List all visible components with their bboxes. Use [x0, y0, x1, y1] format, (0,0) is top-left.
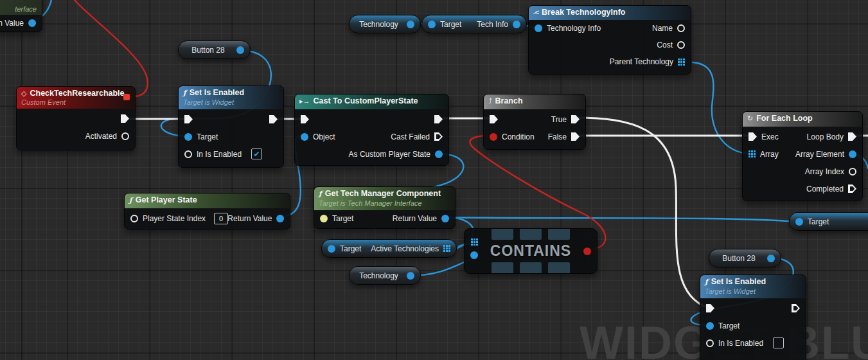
- variable-label: Technology: [355, 20, 402, 29]
- pin-label: Completed: [806, 184, 844, 194]
- exec-out-pin[interactable]: [121, 114, 129, 123]
- function-icon: ƒ: [183, 89, 186, 97]
- pin-label: Array Element: [795, 150, 844, 159]
- node-for-each-loop[interactable]: ↻For Each Loop Exec Loop Body Array: [742, 111, 863, 201]
- array-element-pin[interactable]: [849, 150, 856, 158]
- exec-in-pin[interactable]: [490, 115, 498, 123]
- loop-icon: ↻: [747, 114, 753, 122]
- event-icon: ◇: [21, 89, 26, 97]
- pin-label: Cost: [657, 40, 673, 50]
- object-pin[interactable]: [301, 133, 308, 141]
- node-get-player-state[interactable]: ƒGet Player State Player State Index 0 R…: [124, 193, 290, 230]
- loop-body-pin[interactable]: [848, 132, 856, 141]
- contains-label: CONTAINS: [465, 242, 597, 259]
- exec-in-pin[interactable]: [301, 115, 309, 123]
- pin-label: True: [551, 115, 567, 124]
- delegate-pin[interactable]: [123, 94, 130, 100]
- node-get-active-technologies-right[interactable]: Target Activ: [789, 212, 868, 231]
- pin-label: Return Value: [393, 214, 437, 223]
- return-value-pin[interactable]: [28, 19, 36, 27]
- exec-out-pin[interactable]: [434, 115, 443, 123]
- active-technologies-array-pin[interactable]: [443, 245, 450, 252]
- variable-out-pin[interactable]: [236, 46, 244, 54]
- array-pin[interactable]: [748, 150, 756, 158]
- pin-label: As Custom Player State: [349, 150, 430, 159]
- wire-parenttech-to-array: [693, 62, 748, 154]
- pin-label: Target: [197, 132, 218, 141]
- cast-failed-pin[interactable]: [434, 132, 443, 141]
- variable-label: Button 28: [715, 254, 763, 263]
- node-get-active-technologies[interactable]: Target Active Technologies: [321, 239, 457, 258]
- target-pin[interactable]: [795, 218, 803, 226]
- cast-icon: ▸→: [299, 97, 310, 105]
- node-get-tech-manager-component[interactable]: ƒGet Tech Manager Component Target is Te…: [314, 186, 456, 229]
- in-is-enabled-pin[interactable]: [184, 150, 192, 158]
- variable-out-pin[interactable]: [767, 255, 775, 262]
- node-set-is-enabled-bottom[interactable]: ƒSet Is Enabled Target is Widget Target …: [700, 274, 806, 360]
- target-pin[interactable]: [184, 133, 192, 141]
- in-is-enabled-checkbox[interactable]: ✔: [251, 148, 262, 159]
- player-state-index-pin[interactable]: [130, 215, 138, 222]
- cost-pin[interactable]: [677, 41, 685, 49]
- exec-in-pin[interactable]: [706, 304, 714, 312]
- target-pin[interactable]: [706, 322, 714, 330]
- pin-label: Activated: [85, 132, 117, 141]
- exec-out-pin[interactable]: [269, 115, 278, 123]
- node-button28-top[interactable]: Button 28: [178, 40, 251, 59]
- pin-label: Tech Info: [477, 20, 508, 29]
- node-title: Branch: [495, 96, 523, 105]
- node-check-tech-researchable[interactable]: ◇CheckTechResearchable Custom Event Acti…: [16, 86, 136, 150]
- variable-out-pin[interactable]: [407, 272, 414, 280]
- function-icon: ƒ: [129, 196, 132, 204]
- function-icon: ƒ: [705, 278, 708, 286]
- node-break-technologyinfo[interactable]: -<Break TechnologyInfo Technology Info N…: [528, 5, 691, 75]
- exec-out-pin[interactable]: [792, 304, 800, 312]
- node-technology-top[interactable]: Technology: [349, 15, 421, 33]
- pin-label: False: [548, 132, 567, 141]
- in-is-enabled-checkbox[interactable]: [773, 338, 784, 348]
- node-branch[interactable]: ⤴Branch True Condition False: [483, 94, 586, 150]
- contains-result-pin[interactable]: [583, 248, 591, 255]
- parent-technology-array-pin[interactable]: [678, 59, 685, 66]
- player-state-index-input[interactable]: 0: [214, 213, 228, 224]
- pin-label: Return Value: [227, 214, 272, 223]
- target-pin[interactable]: [328, 245, 335, 253]
- return-value-pin[interactable]: [441, 215, 449, 222]
- node-technology-bottom[interactable]: Technology: [349, 266, 421, 285]
- exec-in-pin[interactable]: [184, 115, 193, 123]
- false-pin[interactable]: [571, 132, 580, 141]
- node-button28-bottom[interactable]: Button 28: [709, 249, 781, 267]
- variable-label: Button 28: [184, 46, 232, 55]
- node-title: CheckTechResearchable: [30, 89, 124, 98]
- wire-delegate: [75, 0, 148, 96]
- blueprint-graph-canvas[interactable]: WIDGET BLUEPRI terface: [0, 0, 868, 360]
- exec-in-pin[interactable]: [748, 132, 757, 141]
- variable-out-pin[interactable]: [407, 21, 414, 28]
- pin-label: Condition: [502, 132, 535, 141]
- activated-pin[interactable]: [121, 132, 129, 140]
- tech-info-out-pin[interactable]: [513, 21, 520, 28]
- node-array-contains[interactable]: CONTAINS: [464, 228, 598, 274]
- pin-label: In Is Enabled: [718, 339, 763, 348]
- pin-label: Array Index: [805, 167, 844, 176]
- name-pin[interactable]: [677, 24, 685, 32]
- target-pin[interactable]: [428, 21, 436, 28]
- pin-label: In Is Enabled: [197, 150, 242, 159]
- node-set-is-enabled-top[interactable]: ƒSet Is Enabled Target is Widget Target …: [178, 86, 284, 168]
- node-partial-interface[interactable]: terface n Value: [0, 0, 42, 32]
- condition-pin[interactable]: [490, 133, 497, 141]
- node-get-tech-info[interactable]: Target Tech Info: [421, 15, 527, 33]
- in-is-enabled-pin[interactable]: [706, 339, 714, 347]
- pin-label: Name: [652, 24, 673, 33]
- array-index-pin[interactable]: [849, 168, 856, 176]
- technology-info-pin[interactable]: [535, 24, 542, 32]
- true-pin[interactable]: [571, 115, 580, 123]
- node-cast-to-customplayerstate[interactable]: ▸→Cast To CustomPlayerState Object Cast …: [294, 94, 449, 166]
- as-custom-player-state-pin[interactable]: [435, 150, 443, 158]
- completed-pin[interactable]: [848, 184, 856, 193]
- pin-label: Active Technologies: [371, 244, 439, 253]
- pin-label: Player State Index: [143, 214, 206, 223]
- target-pin[interactable]: [320, 215, 328, 222]
- return-value-pin[interactable]: [276, 215, 284, 222]
- pin-label: Target: [340, 244, 361, 253]
